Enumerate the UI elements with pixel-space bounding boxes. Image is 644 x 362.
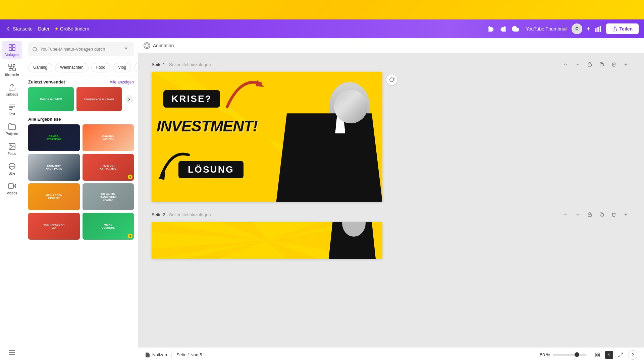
page-2-delete[interactable] <box>609 210 619 219</box>
page-1-section: Seite 1 - Seitentitel hinzufügen <box>152 60 631 203</box>
result-thumb-3[interactable]: KURZTRIPNACH PARIS <box>28 154 80 181</box>
show-all-button[interactable]: Alle anzeigen <box>110 80 134 84</box>
zoom-thumb[interactable] <box>575 352 579 357</box>
chips-scroll-right[interactable]: › <box>134 63 138 72</box>
sidebar-item-text[interactable]: Text <box>2 100 22 119</box>
result-thumb-5[interactable]: MEIN LEBENDERZEIT <box>28 183 80 210</box>
recent-template-1[interactable]: Koche mit MIR! <box>28 87 74 111</box>
main-layout: Vorlagen Elemente Uploads Text Projekte … <box>0 38 644 362</box>
result-thumb-7[interactable]: VON TAPASBARZU <box>28 213 80 240</box>
page-2-add[interactable] <box>621 210 631 219</box>
arrow-bottom-left <box>158 152 192 182</box>
result-thumb-6[interactable]: SO GEHTSFLUGTICKETSPAREN <box>83 183 134 210</box>
page-2-dash: - <box>166 212 169 217</box>
page-2-label: Seite 2 - Seitentitel hinzufügen <box>152 212 211 217</box>
result-thumb-1[interactable]: GAMER-STRATEGIE <box>28 124 80 151</box>
page-2-collapse-up[interactable] <box>561 210 570 219</box>
sidebar-item-stile[interactable]: Stile <box>2 160 22 178</box>
grid-view-button[interactable] <box>593 350 602 360</box>
sidebar-stile-label: Stile <box>9 172 15 175</box>
help-button[interactable]: ? <box>628 350 637 360</box>
page-1-collapse-up[interactable] <box>561 60 570 69</box>
chip-gaming[interactable]: Gaming <box>28 63 52 72</box>
page-2-title-placeholder[interactable]: Seitentitel hinzufügen <box>169 212 211 217</box>
canvas-frame-1[interactable]: KRISE? INVESTMENT! LÖSUNG <box>152 72 382 202</box>
page-1-add[interactable] <box>621 60 631 69</box>
result-thumb-8[interactable]: MEINEGESUNDE ♛ <box>83 213 134 240</box>
redo-button[interactable] <box>498 24 508 34</box>
page-1-duplicate[interactable] <box>597 60 606 69</box>
recently-used-header: Zuletzt verwendet Alle anzeigen <box>28 79 134 84</box>
top-decorative-bar <box>0 0 644 19</box>
svg-rect-4 <box>9 45 12 47</box>
animation-label[interactable]: Animation <box>153 43 174 48</box>
sidebar-item-elemente[interactable]: Elemente <box>2 61 22 79</box>
svg-point-11 <box>13 64 15 66</box>
sidebar-item-vorlagen[interactable]: Vorlagen <box>2 41 22 59</box>
page-1-collapse-down[interactable] <box>573 60 582 69</box>
sidebar-vorlagen-label: Vorlagen <box>5 53 18 57</box>
crown-badge: ♛ <box>128 175 132 179</box>
page-2-collapse-down[interactable] <box>573 210 582 219</box>
notizen-icon <box>145 352 150 358</box>
sidebar-item-projekte[interactable]: Projekte <box>2 120 22 138</box>
zoom-slider[interactable] <box>553 354 586 356</box>
user-avatar[interactable]: C <box>572 23 582 34</box>
recent-template-2[interactable]: COOKING CHALLENGE <box>76 87 122 111</box>
svg-rect-5 <box>12 45 15 47</box>
svg-line-77 <box>621 353 623 355</box>
page-1-title-placeholder[interactable]: Seitentitel hinzufügen <box>169 62 211 67</box>
search-input[interactable] <box>40 47 120 52</box>
sidebar: Vorlagen Elemente Uploads Text Projekte … <box>0 38 24 362</box>
grosse-label: Größe ändern <box>60 26 89 32</box>
investment-text: INVESTMENT! <box>157 117 258 135</box>
krise-text: KRISE? <box>163 90 220 108</box>
add-collaborator-button[interactable]: + <box>586 24 591 33</box>
page-2-lock[interactable] <box>585 210 594 219</box>
back-button[interactable]: Startseite <box>5 26 33 32</box>
page-2-duplicate[interactable] <box>597 210 606 219</box>
search-icon <box>32 47 38 52</box>
page-1-title: Seite 1 <box>152 62 165 67</box>
fullscreen-button[interactable] <box>616 350 625 360</box>
chip-vlog[interactable]: Vlog <box>113 63 131 72</box>
analytics-button[interactable] <box>595 25 602 33</box>
all-results-header: Alle Ergebnisse <box>28 117 134 122</box>
page-1-label: Seite 1 - Seitentitel hinzufügen <box>152 62 211 67</box>
sidebar-item-uploads[interactable]: Uploads <box>2 80 22 99</box>
sidebar-item-videos[interactable]: Videos <box>2 179 22 198</box>
svg-point-18 <box>10 145 11 146</box>
canvas-frame-2[interactable] <box>152 222 382 259</box>
result-thumb-2[interactable]: GAMING-WELTEN <box>83 124 134 151</box>
grosse-button[interactable]: ★ Größe ändern <box>54 26 89 32</box>
header-datei[interactable]: Datei <box>38 26 49 32</box>
svg-rect-0 <box>595 28 596 32</box>
view-buttons: 5 ? <box>593 350 637 360</box>
header: Startseite Datei ★ Größe ändern YouTube … <box>0 19 644 38</box>
result-thumb-4[interactable]: THE MOSTATTRACTIVE ♛ <box>83 154 134 181</box>
svg-rect-73 <box>596 353 597 355</box>
page-2-section: Seite 2 - Seitentitel hinzufügen <box>152 210 631 259</box>
animation-bar: Animation <box>138 38 644 53</box>
page-2-controls: Seite 2 - Seitentitel hinzufügen <box>152 210 631 219</box>
page-1-delete[interactable] <box>609 60 619 69</box>
notizen-button[interactable]: Notizen <box>145 352 167 358</box>
page-1-frame-wrapper: KRISE? INVESTMENT! LÖSUNG <box>152 72 382 202</box>
sidebar-fotos-label: Fotos <box>8 152 16 156</box>
animation-icon <box>144 42 150 49</box>
svg-rect-32 <box>601 64 604 66</box>
undo-button[interactable] <box>486 24 496 34</box>
share-button[interactable]: Teilen <box>606 23 639 34</box>
recent-scroll-right[interactable]: › <box>124 87 134 111</box>
page-1-dash: - <box>166 62 169 67</box>
svg-rect-74 <box>598 353 600 355</box>
page-1-lock[interactable] <box>585 60 594 69</box>
chip-food[interactable]: Food <box>91 63 110 72</box>
refresh-button[interactable] <box>386 74 397 85</box>
sidebar-grid-item[interactable] <box>2 346 22 359</box>
cloud-save-button[interactable] <box>511 24 521 34</box>
filter-button[interactable] <box>122 45 130 53</box>
page-indicator: Seite 1 von 5 <box>176 352 202 357</box>
sidebar-item-fotos[interactable]: Fotos <box>2 140 22 158</box>
chip-weihnachten[interactable]: Weihnachten <box>55 63 89 72</box>
